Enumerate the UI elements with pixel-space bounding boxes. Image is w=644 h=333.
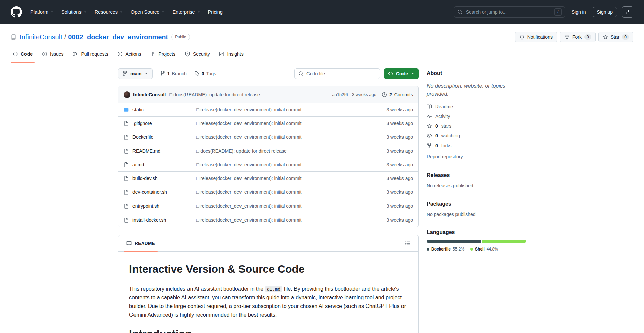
- about-link-readme[interactable]: Readme: [427, 104, 526, 109]
- repo-owner-link[interactable]: InfiniteConsult: [20, 33, 62, 41]
- tab-insights[interactable]: Insights: [216, 45, 247, 63]
- language-bar-segment-dockerfile[interactable]: [427, 240, 481, 243]
- file-commit-message[interactable]: □ release(docker_dev_environment): initi…: [196, 134, 366, 140]
- file-icon: [124, 121, 129, 126]
- repo-name-link[interactable]: 0002_docker_dev_environment: [68, 33, 168, 41]
- about-link-label: Readme: [435, 104, 453, 109]
- commit-sha-link[interactable]: aa152f6 · 3 weeks ago: [332, 92, 376, 97]
- file-commit-age[interactable]: 3 weeks ago: [366, 176, 413, 181]
- file-commit-message[interactable]: □ docs(README): update for direct releas…: [196, 148, 366, 154]
- file-name-label: dev-container.sh: [132, 189, 167, 195]
- tags-link[interactable]: 0 Tags: [194, 71, 216, 76]
- file-row-dockerfile: Dockerfile□ release(docker_dev_environme…: [118, 130, 418, 144]
- file-commit-age[interactable]: 3 weeks ago: [366, 189, 413, 195]
- chevron-down-icon: [411, 72, 415, 76]
- file-commit-age[interactable]: 3 weeks ago: [366, 148, 413, 154]
- file-link[interactable]: entrypoint.sh: [124, 203, 196, 209]
- star-button[interactable]: Star0: [598, 32, 633, 42]
- file-commit-message[interactable]: □ release(docker_dev_environment): initi…: [196, 176, 366, 181]
- outline-button[interactable]: [402, 238, 413, 249]
- file-commit-age[interactable]: 3 weeks ago: [366, 217, 413, 223]
- file-commit-message[interactable]: □ release(docker_dev_environment): initi…: [196, 189, 366, 195]
- nav-item-pricing[interactable]: Pricing: [208, 9, 223, 15]
- pulse-icon: [427, 114, 432, 119]
- sign-up-button[interactable]: Sign up: [593, 7, 617, 17]
- folder-icon: [124, 107, 129, 112]
- nav-item-open-source[interactable]: Open Source: [131, 9, 165, 15]
- file-link[interactable]: .gitignore: [124, 121, 196, 126]
- file-commit-message[interactable]: □ release(docker_dev_environment): initi…: [196, 121, 366, 126]
- go-to-file-box[interactable]: [294, 68, 380, 79]
- go-to-file-input[interactable]: [306, 71, 376, 77]
- file-link[interactable]: Dockerfile: [124, 134, 196, 140]
- file-link[interactable]: build-dev.sh: [124, 176, 196, 181]
- nav-item-resources[interactable]: Resources: [95, 9, 123, 15]
- fork-icon: [564, 34, 570, 40]
- tab-issues[interactable]: Issues: [39, 45, 67, 63]
- branch-selector[interactable]: main: [118, 68, 153, 79]
- file-name-label: .gitignore: [132, 121, 152, 126]
- languages-legend: Dockerfile55.2%Shell44.8%: [427, 247, 526, 252]
- file-name-label: static: [132, 107, 144, 112]
- file-commit-age[interactable]: 3 weeks ago: [366, 203, 413, 209]
- file-link[interactable]: install-docker.sh: [124, 217, 196, 223]
- file-row-entrypoint-sh: entrypoint.sh□ release(docker_dev_enviro…: [118, 199, 418, 213]
- tab-projects[interactable]: Projects: [147, 45, 179, 63]
- folder-link[interactable]: static: [124, 107, 196, 112]
- nav-item-solutions[interactable]: Solutions: [61, 9, 87, 15]
- tags-count: 0: [202, 71, 204, 76]
- about-link-activity[interactable]: Activity: [427, 114, 526, 119]
- notifications-button[interactable]: Notifications: [515, 32, 557, 42]
- avatar[interactable]: [124, 91, 130, 98]
- appearance-settings-button[interactable]: [622, 6, 633, 18]
- tab-security[interactable]: Security: [181, 45, 213, 63]
- about-link-stars[interactable]: 0stars: [427, 123, 526, 129]
- nav-item-platform[interactable]: Platform: [30, 9, 54, 15]
- file-commit-message[interactable]: □ release(docker_dev_environment): initi…: [196, 107, 366, 112]
- language-legend-dockerfile[interactable]: Dockerfile55.2%: [427, 247, 464, 252]
- tab-readme[interactable]: README: [124, 235, 158, 251]
- file-name-label: ai.md: [132, 162, 144, 167]
- chevron-down-icon: [197, 10, 201, 14]
- github-logo-icon[interactable]: [11, 6, 22, 18]
- graph-icon: [219, 51, 224, 57]
- file-commit-age[interactable]: 3 weeks ago: [366, 107, 413, 112]
- commit-history-link[interactable]: 2 Commits: [382, 92, 413, 97]
- packages-section: Packages No packages published: [427, 195, 526, 223]
- commit-message-link[interactable]: □ docs(README): update for direct releas…: [169, 92, 260, 97]
- commit-author-link[interactable]: InfiniteConsult: [133, 92, 166, 97]
- tab-actions[interactable]: Actions: [114, 45, 144, 63]
- nav-item-enterprise[interactable]: Enterprise: [172, 9, 200, 15]
- file-link[interactable]: ai.md: [124, 162, 196, 167]
- file-row-readme-md: README.md□ docs(README): update for dire…: [118, 144, 418, 158]
- paragraph-text: This repository includes an AI assistant…: [129, 286, 265, 292]
- chevron-down-icon: [50, 10, 54, 14]
- file-link[interactable]: README.md: [124, 148, 196, 154]
- commit-meta: aa152f6 · 3 weeks ago 2 Commits: [332, 92, 413, 97]
- file-commit-message[interactable]: □ release(docker_dev_environment): initi…: [196, 162, 366, 167]
- code-dropdown-button[interactable]: Code: [384, 68, 419, 79]
- search-input[interactable]: [465, 9, 552, 15]
- about-link-forks[interactable]: 0forks: [427, 143, 526, 148]
- tab-code[interactable]: Code: [9, 45, 36, 63]
- pull-request-icon: [73, 51, 78, 57]
- stars-count: 0: [435, 123, 438, 129]
- global-search[interactable]: /: [454, 6, 565, 18]
- star-label: Star: [611, 34, 620, 40]
- language-bar-segment-shell[interactable]: [482, 240, 526, 243]
- fork-label: Fork: [572, 34, 582, 40]
- file-commit-message[interactable]: □ release(docker_dev_environment): initi…: [196, 203, 366, 209]
- tab-pull-requests[interactable]: Pull requests: [69, 45, 111, 63]
- language-legend-shell[interactable]: Shell44.8%: [470, 247, 498, 252]
- about-link-watching[interactable]: 0watching: [427, 133, 526, 138]
- file-link[interactable]: dev-container.sh: [124, 189, 196, 195]
- file-commit-age[interactable]: 3 weeks ago: [366, 134, 413, 140]
- file-commit-age[interactable]: 3 weeks ago: [366, 162, 413, 167]
- fork-button[interactable]: Fork0: [560, 32, 596, 42]
- file-commit-age[interactable]: 3 weeks ago: [366, 121, 413, 126]
- packages-title: Packages: [427, 201, 526, 207]
- file-commit-message[interactable]: □ release(docker_dev_environment): initi…: [196, 217, 366, 223]
- sign-in-link[interactable]: Sign in: [570, 8, 588, 16]
- report-repository-link[interactable]: Report repository: [427, 154, 463, 159]
- branches-link[interactable]: 1 Branch: [160, 71, 187, 76]
